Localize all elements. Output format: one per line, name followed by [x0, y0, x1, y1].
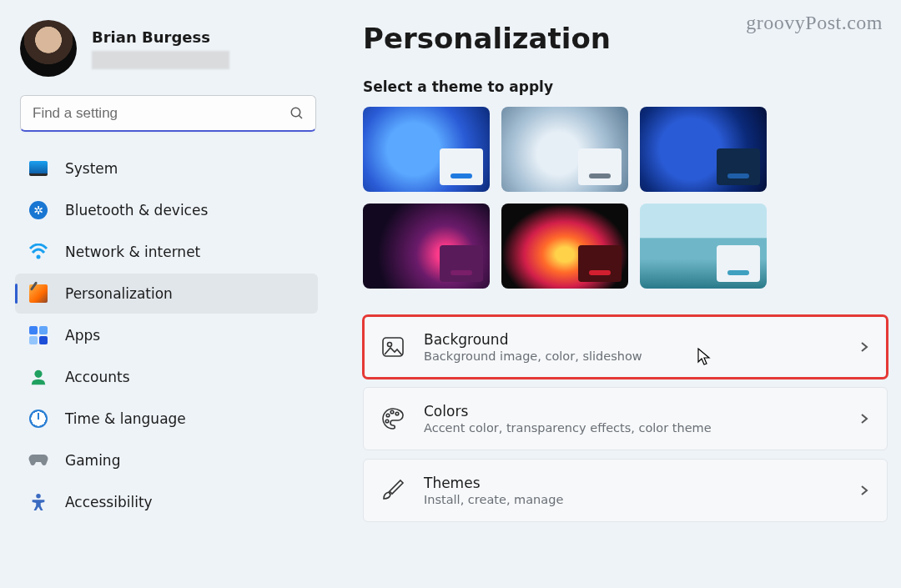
svg-point-3: [34, 370, 42, 378]
chevron-right-icon: [858, 485, 870, 496]
wifi-icon: [28, 242, 48, 262]
theme-preview-inset: [440, 148, 483, 185]
brush-icon: [380, 478, 405, 503]
svg-point-2: [37, 255, 41, 259]
theme-tile-3[interactable]: [640, 107, 767, 192]
profile-block[interactable]: Brian Burgess: [15, 15, 321, 92]
setting-background[interactable]: Background Background image, color, slid…: [363, 315, 888, 379]
profile-name: Brian Burgess: [92, 28, 229, 46]
system-icon: [28, 158, 48, 178]
nav-network[interactable]: Network & internet: [15, 232, 318, 272]
theme-preview-inset: [578, 245, 622, 282]
picture-icon: [380, 334, 405, 359]
svg-point-10: [385, 420, 389, 423]
theme-tile-6[interactable]: [640, 204, 767, 289]
palette-icon: [380, 406, 405, 431]
setting-title: Themes: [424, 475, 840, 491]
nav-label: Accounts: [65, 369, 130, 385]
theme-tile-1[interactable]: [363, 107, 490, 192]
setting-title: Colors: [424, 403, 840, 420]
theme-tile-4[interactable]: [363, 204, 490, 289]
svg-point-4: [36, 494, 41, 499]
theme-tile-5[interactable]: [501, 204, 628, 289]
svg-point-8: [390, 410, 394, 414]
nav-label: Accessibility: [65, 494, 153, 510]
svg-line-1: [299, 115, 302, 118]
gamepad-icon: [28, 450, 48, 470]
nav-list: System ✲ Bluetooth & devices Network & i…: [15, 148, 321, 522]
theme-preview-inset: [440, 245, 483, 282]
search-icon: [289, 106, 305, 121]
avatar: [20, 20, 77, 77]
theme-preview-inset: [717, 148, 760, 185]
chevron-right-icon: [858, 413, 870, 425]
setting-colors[interactable]: Colors Accent color, transparency effect…: [363, 387, 888, 450]
nav-apps[interactable]: Apps: [15, 315, 318, 355]
accessibility-icon: [28, 492, 48, 512]
nav-label: Apps: [65, 327, 100, 344]
nav-system[interactable]: System: [15, 148, 318, 188]
nav-gaming[interactable]: Gaming: [15, 440, 318, 480]
nav-label: Gaming: [65, 452, 120, 469]
setting-desc: Accent color, transparency effects, colo…: [424, 421, 840, 435]
theme-tile-2[interactable]: [501, 107, 628, 192]
nav-accessibility[interactable]: Accessibility: [15, 482, 318, 522]
nav-time-language[interactable]: Time & language: [15, 399, 318, 439]
paintbrush-icon: [28, 284, 48, 304]
nav-label: Time & language: [65, 410, 186, 427]
theme-grid: [363, 107, 889, 289]
svg-point-7: [386, 414, 390, 417]
svg-point-9: [395, 412, 399, 415]
profile-email-redacted: [92, 51, 229, 69]
nav-accounts[interactable]: Accounts: [15, 357, 318, 397]
bluetooth-icon: ✲: [28, 200, 48, 220]
setting-desc: Background image, color, slideshow: [424, 349, 840, 363]
chevron-right-icon: [858, 341, 870, 353]
settings-list: Background Background image, color, slid…: [363, 315, 889, 522]
apps-icon: [28, 325, 48, 345]
sidebar: Brian Burgess System ✲ Bluetooth & devic…: [0, 0, 330, 588]
setting-desc: Install, create, manage: [424, 493, 840, 506]
theme-section-label: Select a theme to apply: [363, 78, 889, 95]
person-icon: [28, 367, 48, 387]
search-container: [20, 95, 316, 132]
nav-label: Network & internet: [65, 244, 200, 260]
theme-preview-inset: [578, 148, 622, 185]
nav-label: System: [65, 160, 118, 177]
watermark: groovyPost.com: [746, 12, 883, 34]
setting-title: Background: [424, 331, 840, 348]
svg-point-0: [291, 108, 300, 117]
nav-label: Bluetooth & devices: [65, 202, 208, 219]
theme-preview-inset: [717, 245, 760, 282]
nav-personalization[interactable]: Personalization: [15, 274, 318, 314]
main-content: Personalization Select a theme to apply …: [330, 0, 901, 588]
nav-label: Personalization: [65, 285, 173, 302]
svg-point-6: [388, 343, 392, 347]
setting-themes[interactable]: Themes Install, create, manage: [363, 459, 888, 522]
nav-bluetooth[interactable]: ✲ Bluetooth & devices: [15, 190, 318, 230]
search-input[interactable]: [20, 95, 316, 132]
globe-clock-icon: [28, 409, 48, 429]
